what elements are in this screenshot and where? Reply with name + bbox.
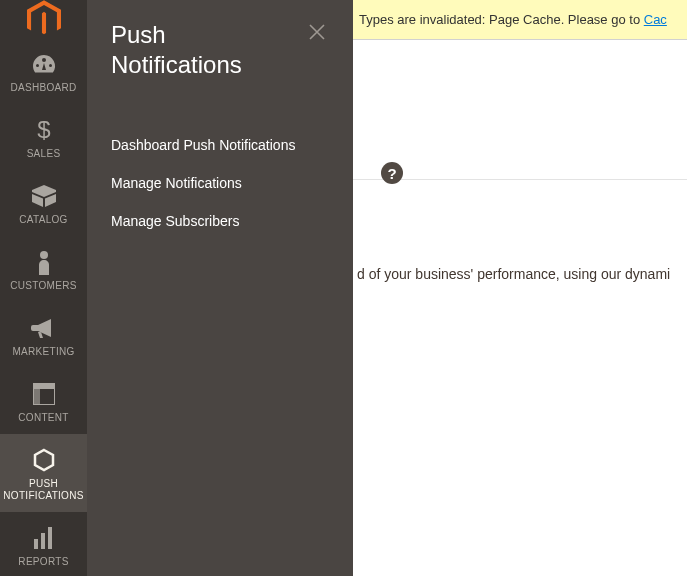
person-icon xyxy=(36,248,52,276)
svg-rect-7 xyxy=(48,527,52,549)
megaphone-icon xyxy=(31,314,57,342)
banner-link[interactable]: Cac xyxy=(644,12,667,27)
flyout-panel: Push Notifications Dashboard Push Notifi… xyxy=(87,0,353,576)
magento-logo-icon xyxy=(27,0,61,38)
close-button[interactable] xyxy=(305,20,329,44)
gauge-icon xyxy=(31,50,57,78)
banner-text: Types are invalidated: Page Cache. Pleas… xyxy=(359,12,644,27)
sidebar-label: CUSTOMERS xyxy=(10,280,76,292)
sidebar-item-content[interactable]: CONTENT xyxy=(0,368,87,434)
svg-rect-4 xyxy=(33,389,40,405)
sidebar-label: REPORTS xyxy=(18,556,68,568)
main-content: Types are invalidated: Page Cache. Pleas… xyxy=(353,0,687,576)
sidebar-label: DASHBOARD xyxy=(10,82,76,94)
svg-rect-6 xyxy=(41,533,45,549)
sidebar-item-catalog[interactable]: CATALOG xyxy=(0,170,87,236)
svg-rect-3 xyxy=(33,383,55,389)
magento-logo[interactable] xyxy=(0,0,87,38)
sidebar-item-push-notifications[interactable]: PUSH NOTIFICATIONS xyxy=(0,434,87,512)
sidebar-label: SALES xyxy=(27,148,61,160)
sidebar-item-marketing[interactable]: MARKETING xyxy=(0,302,87,368)
svg-text:$: $ xyxy=(37,117,50,143)
sidebar-label: CATALOG xyxy=(19,214,67,226)
sidebar-item-customers[interactable]: CUSTOMERS xyxy=(0,236,87,302)
dollar-icon: $ xyxy=(36,116,52,144)
sidebar-item-dashboard[interactable]: DASHBOARD xyxy=(0,38,87,104)
svg-point-1 xyxy=(40,251,48,259)
flyout-item-manage-notifications[interactable]: Manage Notifications xyxy=(111,164,329,202)
layout-icon xyxy=(33,380,55,408)
help-icon[interactable]: ? xyxy=(381,162,403,184)
sidebar-label: PUSH NOTIFICATIONS xyxy=(3,478,83,502)
flyout-header: Push Notifications xyxy=(111,20,329,80)
system-message-banner: Types are invalidated: Page Cache. Pleas… xyxy=(353,0,687,40)
flyout-item-manage-subscribers[interactable]: Manage Subscribers xyxy=(111,202,329,240)
svg-rect-5 xyxy=(34,539,38,549)
admin-sidebar: DASHBOARD $ SALES CATALOG CUSTOMERS MARK… xyxy=(0,0,87,576)
bars-icon xyxy=(33,524,55,552)
close-icon xyxy=(309,24,325,40)
flyout-item-dashboard-push[interactable]: Dashboard Push Notifications xyxy=(111,126,329,164)
sidebar-item-sales[interactable]: $ SALES xyxy=(0,104,87,170)
body-text: d of your business' performance, using o… xyxy=(353,180,687,282)
hexagon-icon xyxy=(32,446,56,474)
flyout-title: Push Notifications xyxy=(111,20,291,80)
sidebar-item-reports[interactable]: REPORTS xyxy=(0,512,87,576)
flyout-menu: Dashboard Push Notifications Manage Noti… xyxy=(111,126,329,240)
sidebar-label: MARKETING xyxy=(12,346,74,358)
page-header-area: ? xyxy=(353,40,687,180)
sidebar-label: CONTENT xyxy=(18,412,68,424)
box-icon xyxy=(32,182,56,210)
